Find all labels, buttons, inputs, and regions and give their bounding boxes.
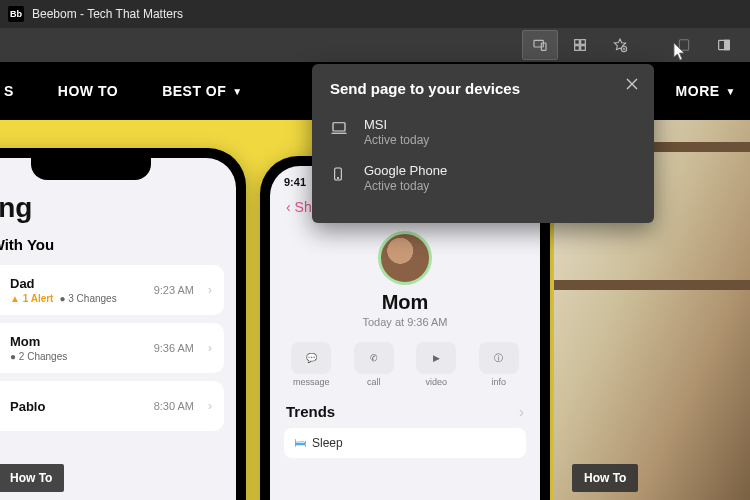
chevron-right-icon: › [208, 341, 212, 355]
svg-rect-2 [575, 40, 580, 45]
message-icon: 💬 [291, 342, 331, 374]
chevron-down-icon: ▼ [232, 86, 242, 97]
trend-row: 🛏 Sleep [284, 428, 526, 458]
contact-name: Mom [10, 334, 144, 349]
shelf-decoration [554, 280, 750, 290]
svg-rect-9 [725, 40, 730, 49]
category-badge[interactable]: How To [0, 464, 64, 492]
device-status: Active today [364, 179, 447, 193]
nav-item-bestof[interactable]: BEST OF ▼ [162, 83, 243, 99]
device-name: MSI [364, 117, 429, 132]
device-row[interactable]: MSI Active today [330, 111, 636, 157]
video-icon: ▶ [416, 342, 456, 374]
video-action: ▶video [416, 342, 456, 387]
contact-timestamp: Today at 9:36 AM [270, 316, 540, 328]
sidebar-button[interactable] [706, 30, 742, 60]
changes-badge: ● 3 Changes [59, 293, 116, 304]
changes-badge: ● 2 Changes [10, 351, 67, 362]
tab-favicon: Bb [8, 6, 24, 22]
svg-rect-10 [333, 123, 345, 131]
sharing-row: Dad ▲ 1 Alert ● 3 Changes 9:23 AM › [0, 265, 224, 315]
chevron-right-icon: › [208, 283, 212, 297]
chevron-down-icon: ▼ [726, 86, 736, 97]
device-row[interactable]: Google Phone Active today [330, 157, 636, 203]
status-clock: 9:41 [284, 176, 306, 189]
chevron-right-icon: › [208, 399, 212, 413]
mouse-cursor [673, 42, 687, 62]
contact-name: Dad [10, 276, 144, 291]
tab-title: Beebom - Tech That Matters [32, 7, 183, 21]
message-action: 💬message [291, 342, 331, 387]
nav-item-howto[interactable]: HOW TO [58, 83, 118, 99]
contact-avatar [378, 231, 432, 285]
send-to-devices-flyout: Send page to your devices MSI Active tod… [312, 64, 654, 223]
info-icon: ⓘ [479, 342, 519, 374]
browser-toolbar [0, 28, 750, 62]
svg-rect-5 [581, 46, 586, 51]
sharing-row: Pablo 8:30 AM › [0, 381, 224, 431]
sharing-row: Mom ● 2 Changes 9:36 AM › [0, 323, 224, 373]
nav-item-more[interactable]: MORE ▼ [676, 83, 750, 99]
category-badge[interactable]: How To [572, 464, 638, 492]
phone-notch [31, 158, 151, 180]
phone-icon [330, 163, 350, 187]
sharing-subheading: ing With You [0, 230, 236, 257]
trends-header: Trends› [270, 401, 540, 422]
action-row: 💬message ✆call ▶video ⓘinfo [270, 328, 540, 401]
svg-rect-4 [575, 46, 580, 51]
extensions-button[interactable] [562, 30, 598, 60]
svg-point-12 [337, 177, 338, 178]
nav-item-label: BEST OF [162, 83, 226, 99]
flyout-title: Send page to your devices [330, 80, 636, 97]
row-time: 9:36 AM [154, 342, 194, 354]
window-titlebar: Bb Beebom - Tech That Matters [0, 0, 750, 28]
svg-rect-3 [581, 40, 586, 45]
row-time: 8:30 AM [154, 400, 194, 412]
favorites-button[interactable] [602, 30, 638, 60]
row-time: 9:23 AM [154, 284, 194, 296]
nav-item-label: MORE [676, 83, 720, 99]
info-action: ⓘinfo [479, 342, 519, 387]
close-button[interactable] [622, 74, 642, 94]
phone-icon: ✆ [354, 342, 394, 374]
contact-name: Pablo [10, 399, 144, 414]
alert-badge: ▲ 1 Alert [10, 293, 53, 304]
contact-name: Mom [270, 291, 540, 314]
device-status: Active today [364, 133, 429, 147]
nav-item-partial[interactable]: S [0, 83, 14, 99]
call-action: ✆call [354, 342, 394, 387]
laptop-icon [330, 117, 350, 141]
phone-mockup-sharing-list: aring ing With You Dad ▲ 1 Alert ● 3 Cha… [0, 148, 246, 500]
bed-icon: 🛏 [294, 436, 306, 450]
send-to-devices-button[interactable] [522, 30, 558, 60]
device-name: Google Phone [364, 163, 447, 178]
